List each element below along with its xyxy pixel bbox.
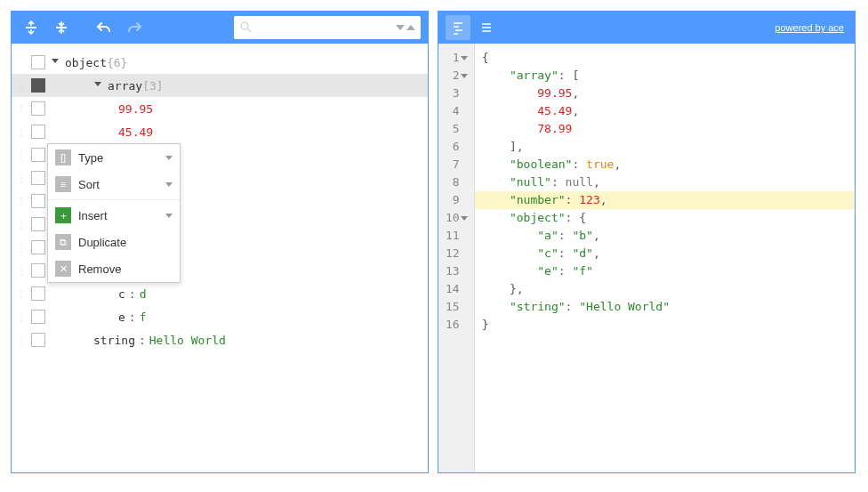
drag-handle-icon[interactable]: ⋮⋮ <box>17 127 31 137</box>
node-action-button[interactable] <box>31 148 45 162</box>
node-action-button[interactable] <box>31 333 45 347</box>
svg-rect-0 <box>26 27 36 28</box>
node-action-button[interactable] <box>31 217 45 231</box>
search-input[interactable] <box>255 20 392 35</box>
node-action-button[interactable] <box>31 263 45 278</box>
compact-button[interactable] <box>474 15 499 40</box>
gutter-line: 11 <box>446 227 470 245</box>
node-key: object <box>65 56 107 69</box>
code-line[interactable]: "object": { <box>482 209 848 227</box>
code-line[interactable]: }, <box>482 280 848 298</box>
sort-icon: ≡ <box>55 176 71 192</box>
expand-all-button[interactable] <box>19 15 44 40</box>
code-line[interactable]: "a": "b", <box>482 227 848 245</box>
powered-by-link[interactable]: powered by ace <box>775 22 844 33</box>
tree-row[interactable]: ⋮⋮e:f <box>12 305 428 328</box>
node-action-button[interactable] <box>31 55 45 69</box>
drag-handle-icon[interactable]: ⋮⋮ <box>17 104 31 114</box>
gutter-line: 15 <box>446 298 470 316</box>
tree-row[interactable]: ⋮⋮string:Hello World <box>12 328 428 351</box>
drag-handle-icon[interactable]: ⋮⋮ <box>17 335 31 345</box>
code-body: 12345678910111213141516 { "array": [ 99.… <box>438 44 855 472</box>
drag-handle-icon[interactable]: ⋮⋮ <box>17 312 31 322</box>
gutter-line: 6 <box>446 138 470 156</box>
menu-duplicate[interactable]: ⧉ Duplicate <box>48 229 180 255</box>
node-value[interactable]: Hello World <box>149 334 226 347</box>
format-button[interactable] <box>446 15 470 40</box>
search-icon <box>239 20 252 36</box>
node-key: c <box>118 287 125 301</box>
menu-remove[interactable]: ✕ Remove <box>48 255 180 282</box>
menu-insert[interactable]: ＋ Insert <box>48 202 180 229</box>
submenu-arrow-icon <box>165 156 173 160</box>
svg-point-2 <box>241 22 248 29</box>
code-line[interactable]: } <box>482 316 848 334</box>
node-value[interactable]: f <box>140 311 147 324</box>
node-action-button[interactable] <box>31 125 45 139</box>
expand-arrow-icon[interactable] <box>51 57 61 68</box>
insert-icon: ＋ <box>55 207 71 223</box>
code-line[interactable]: "number": 123, <box>475 191 855 209</box>
node-action-button[interactable] <box>31 78 45 93</box>
gutter-line: 10 <box>446 209 470 227</box>
code-line[interactable]: { <box>482 49 848 67</box>
code-line[interactable]: "null": null, <box>482 173 848 191</box>
code-editor[interactable]: { "array": [ 99.95, 45.49, 78.99 ], "boo… <box>475 44 855 472</box>
fold-icon[interactable] <box>461 74 468 78</box>
drag-handle-icon[interactable]: ⋮⋮ <box>17 243 31 253</box>
node-value[interactable]: 45.49 <box>118 125 153 139</box>
drag-handle-icon[interactable]: ⋮⋮ <box>17 81 31 91</box>
tree-row[interactable]: ⋮⋮99.95 <box>12 97 428 120</box>
tree-row[interactable]: object {6} <box>12 51 428 74</box>
fold-icon[interactable] <box>461 216 468 221</box>
search-box[interactable] <box>234 16 421 39</box>
tree-row[interactable]: ⋮⋮array [3] <box>12 74 428 97</box>
code-line[interactable]: "e": "f" <box>482 262 848 280</box>
code-line[interactable]: "array": [ <box>482 67 848 85</box>
drag-handle-icon[interactable]: ⋮⋮ <box>17 266 31 276</box>
drag-handle-icon[interactable]: ⋮⋮ <box>17 220 31 230</box>
code-line[interactable]: ], <box>482 138 848 156</box>
duplicate-icon: ⧉ <box>55 234 71 250</box>
tree-row[interactable]: ⋮⋮45.49 <box>12 120 428 143</box>
menu-sort[interactable]: ≡ Sort <box>48 171 180 198</box>
node-action-button[interactable] <box>31 310 45 324</box>
search-nav-icons[interactable] <box>396 25 415 30</box>
code-line[interactable]: 45.49, <box>482 102 848 120</box>
gutter-line: 2 <box>446 67 470 85</box>
redo-button[interactable] <box>122 15 147 40</box>
drag-handle-icon[interactable]: ⋮⋮ <box>17 150 31 160</box>
node-key: e <box>118 311 125 324</box>
drag-handle-icon[interactable]: ⋮⋮ <box>17 289 31 299</box>
fold-icon[interactable] <box>461 56 468 60</box>
menu-type-label: Type <box>78 151 158 165</box>
collapse-all-button[interactable] <box>49 15 74 40</box>
code-line[interactable]: "string": "Hello World" <box>482 298 848 316</box>
tree-row[interactable]: ⋮⋮c:d <box>12 282 428 305</box>
node-action-button[interactable] <box>31 286 45 301</box>
drag-handle-icon[interactable]: ⋮⋮ <box>17 197 31 206</box>
node-action-button[interactable] <box>31 194 45 208</box>
gutter-line: 9 <box>446 191 470 209</box>
node-action-button[interactable] <box>31 171 45 185</box>
node-action-button[interactable] <box>31 240 45 254</box>
code-line[interactable]: "boolean": true, <box>482 156 848 173</box>
menu-type[interactable]: [] Type <box>48 144 180 171</box>
menu-remove-label: Remove <box>78 262 173 276</box>
type-icon: [] <box>55 149 71 165</box>
code-line[interactable]: 99.95, <box>482 85 848 102</box>
code-line[interactable]: 78.99 <box>482 120 848 138</box>
submenu-arrow-icon <box>165 214 173 218</box>
node-action-button[interactable] <box>31 101 45 116</box>
undo-button[interactable] <box>92 15 117 40</box>
expand-arrow-icon[interactable] <box>93 80 104 91</box>
svg-rect-1 <box>56 27 67 28</box>
gutter-line: 5 <box>446 120 470 138</box>
node-value[interactable]: 99.95 <box>118 102 153 116</box>
gutter-line: 4 <box>446 102 470 120</box>
code-line[interactable]: "c": "d", <box>482 245 848 262</box>
gutter-line: 8 <box>446 173 470 191</box>
drag-handle-icon[interactable]: ⋮⋮ <box>17 173 31 183</box>
tree-toolbar <box>12 12 428 44</box>
node-value[interactable]: d <box>140 287 147 301</box>
